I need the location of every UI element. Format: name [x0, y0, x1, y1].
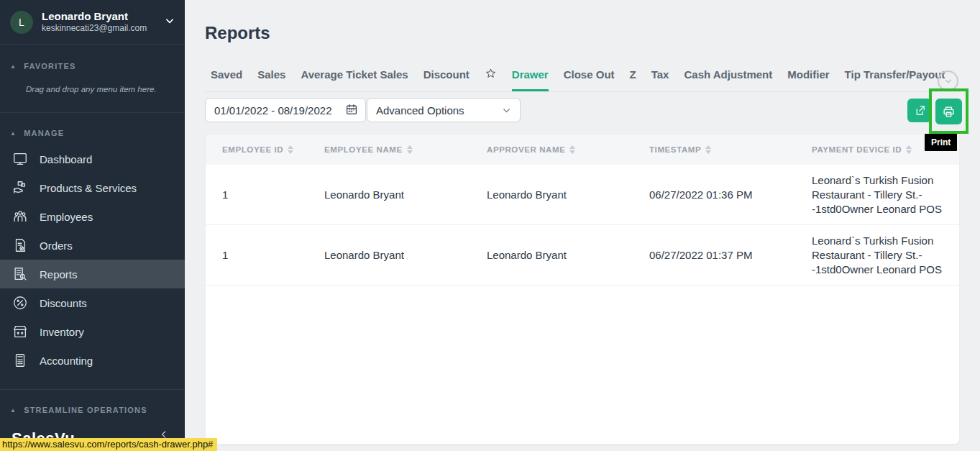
column-header-employee-id: EMPLOYEE ID: [206, 145, 324, 154]
discounts-icon: [12, 294, 29, 311]
sidebar-item-label: Discounts: [40, 297, 87, 309]
column-header-employee-name: EMPLOYEE NAME: [324, 145, 487, 154]
main-content: Reports Saved Sales Average Ticket Sales…: [185, 0, 980, 451]
accounting-icon: [12, 352, 29, 369]
date-range-input[interactable]: 01/01/2022 - 08/19/2022: [205, 98, 366, 122]
tab-saved[interactable]: Saved: [211, 68, 242, 89]
cell-employee-name: Leonardo Bryant: [324, 188, 487, 201]
tab-drawer[interactable]: Drawer: [512, 68, 549, 91]
chevron-down-icon: [943, 76, 953, 86]
page-title: Reports: [205, 23, 270, 43]
sort-icon[interactable]: [407, 145, 413, 154]
chevron-down-icon: [502, 106, 511, 115]
sidebar-item-orders[interactable]: Orders: [0, 231, 185, 260]
favorites-hint: Drag and drop any menu item here.: [0, 70, 185, 111]
cell-timestamp: 06/27/2022 01:37 PM: [649, 249, 812, 261]
sidebar-item-accounting[interactable]: Accounting: [0, 346, 185, 375]
sidebar-item-employees[interactable]: Employees: [0, 202, 185, 231]
section-manage-label: MANAGE: [24, 129, 64, 137]
section-favorites-label: FAVORITES: [24, 62, 75, 70]
sidebar-item-label: Products & Services: [40, 182, 137, 194]
sidebar-item-discounts[interactable]: Discounts: [0, 288, 185, 317]
sidebar-item-label: Dashboard: [40, 153, 92, 165]
cell-approver-name: Leonardo Bryant: [487, 249, 649, 261]
export-button[interactable]: [907, 99, 932, 122]
sort-icon[interactable]: [569, 145, 575, 154]
favorite-star-icon[interactable]: [485, 68, 497, 80]
cell-approver-name: Leonardo Bryant: [487, 188, 649, 201]
sidebar-item-label: Employees: [40, 211, 93, 223]
report-tabs: Saved Sales Average Ticket Sales Discoun…: [205, 68, 960, 92]
table-row[interactable]: 1 Leonardo Bryant Leonardo Bryant 06/27/…: [206, 165, 959, 225]
export-icon: [914, 104, 926, 117]
tab-close-out[interactable]: Close Out: [564, 68, 615, 89]
tab-cash-adjustment[interactable]: Cash Adjustment: [684, 68, 772, 89]
sidebar-divider: [0, 389, 185, 390]
section-manage[interactable]: ▲ MANAGE: [0, 129, 185, 137]
advanced-options-select[interactable]: Advanced Options: [367, 98, 521, 122]
user-info: Leonardo Bryant keskinnecati23@gmail.com: [42, 10, 156, 34]
drawer-report-table: EMPLOYEE ID EMPLOYEE NAME APPROVER NAME …: [205, 134, 960, 445]
employees-icon: [12, 208, 29, 225]
cell-employee-id: 1: [206, 188, 324, 201]
triangle-up-icon: ▲: [10, 63, 17, 70]
print-tooltip: Print: [925, 134, 957, 151]
cell-employee-id: 1: [206, 249, 324, 261]
calendar-icon: [345, 103, 358, 118]
column-header-approver-name: APPROVER NAME: [487, 145, 649, 154]
reports-icon: [12, 265, 29, 283]
table-row[interactable]: 1 Leonardo Bryant Leonardo Bryant 06/27/…: [206, 225, 959, 286]
user-email: keskinnecati23@gmail.com: [42, 23, 156, 34]
sidebar-item-label: Reports: [40, 268, 78, 281]
sort-icon[interactable]: [906, 145, 912, 154]
date-range-value: 01/01/2022 - 08/19/2022: [214, 104, 331, 117]
sidebar: L Leonardo Bryant keskinnecati23@gmail.c…: [0, 0, 185, 451]
section-streamline-label: STREAMLINE OPERATIONS: [24, 406, 147, 414]
sidebar-item-label: Inventory: [40, 326, 84, 338]
advanced-options-label: Advanced Options: [376, 104, 464, 117]
triangle-up-icon: ▲: [10, 130, 17, 137]
table-header-row: EMPLOYEE ID EMPLOYEE NAME APPROVER NAME …: [206, 135, 959, 165]
user-name: Leonardo Bryant: [42, 10, 156, 23]
tabs-overflow-button[interactable]: [938, 70, 958, 91]
tab-discount[interactable]: Discount: [423, 68, 470, 89]
status-bar-url: https://www.salesvu.com/reports/cash-dra…: [0, 438, 217, 451]
sidebar-item-products-services[interactable]: Products & Services: [0, 173, 185, 202]
sidebar-item-reports[interactable]: Reports: [0, 260, 185, 288]
cell-employee-name: Leonardo Bryant: [324, 249, 487, 261]
cell-payment-device-id: Leonard`s Turkish Fusion Restaurant - Ti…: [812, 173, 960, 217]
printer-icon: [942, 105, 956, 119]
avatar: L: [10, 11, 33, 34]
tab-modifier[interactable]: Modifier: [787, 68, 829, 89]
sidebar-item-inventory[interactable]: Inventory: [0, 317, 185, 346]
sidebar-divider: [0, 112, 185, 113]
dashboard-icon: [12, 150, 29, 168]
cell-payment-device-id: Leonard`s Turkish Fusion Restaurant - Ti…: [812, 234, 960, 277]
tab-sales[interactable]: Sales: [257, 68, 285, 89]
inventory-icon: [12, 323, 29, 340]
tab-tip-transfer-payout[interactable]: Tip Transfer/Payout: [845, 68, 945, 89]
chevron-down-icon: [165, 16, 175, 29]
section-favorites[interactable]: ▲ FAVORITES: [0, 62, 185, 70]
sort-icon[interactable]: [288, 145, 293, 154]
sidebar-item-dashboard[interactable]: Dashboard: [0, 145, 185, 173]
products-services-icon: [12, 179, 29, 196]
triangle-up-icon: ▲: [10, 407, 17, 414]
salesvu-app: L Leonardo Bryant keskinnecati23@gmail.c…: [0, 0, 980, 451]
print-button[interactable]: [935, 99, 962, 124]
user-menu[interactable]: L Leonardo Bryant keskinnecati23@gmail.c…: [0, 0, 185, 45]
column-header-timestamp: TIMESTAMP: [649, 145, 812, 154]
sidebar-item-label: Accounting: [40, 355, 93, 367]
sort-icon[interactable]: [705, 145, 711, 154]
cell-timestamp: 06/27/2022 01:36 PM: [649, 188, 812, 201]
tab-tax[interactable]: Tax: [651, 68, 669, 89]
section-streamline-operations[interactable]: ▲ STREAMLINE OPERATIONS: [0, 406, 185, 414]
sidebar-item-label: Orders: [40, 240, 73, 252]
orders-icon: [12, 237, 29, 254]
tab-average-ticket-sales[interactable]: Average Ticket Sales: [301, 68, 408, 89]
tab-z[interactable]: Z: [630, 68, 636, 89]
